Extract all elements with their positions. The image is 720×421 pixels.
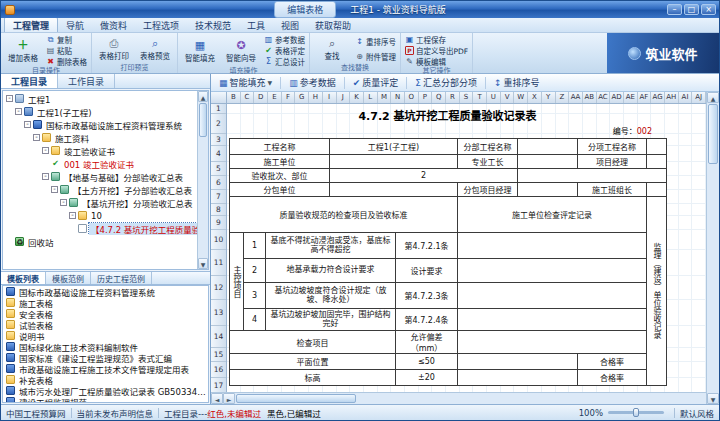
quality-eval-button[interactable]: ✔质量评定 — [348, 74, 404, 91]
column-header[interactable]: L — [364, 92, 378, 103]
row-header[interactable]: 17 — [211, 378, 226, 392]
row-header[interactable]: 15 — [211, 348, 226, 362]
attachment-button[interactable]: ⊕附件管理 — [353, 51, 398, 62]
column-header[interactable]: D — [254, 92, 268, 103]
reference-data-button[interactable]: ▥参考数据 — [262, 34, 307, 45]
item-text[interactable]: 基底不得扰动浸泡或受冻，基底标高不得超挖 — [266, 233, 396, 259]
column-header[interactable]: AH — [665, 92, 679, 103]
sheet-corner[interactable] — [211, 92, 227, 104]
smart-fill-button[interactable]: ▦智能填充▼ — [214, 74, 277, 91]
template-list-item[interactable]: 国家标准《建设工程监理规范》表式汇编 — [3, 352, 208, 363]
tree-item[interactable]: -国标市政基础设施工程资料管理系统 — [3, 118, 197, 131]
item-text[interactable]: 基坑边坡护坡加固完毕，围护结构完好 — [266, 309, 396, 331]
column-header[interactable]: AJ — [692, 92, 706, 103]
tree-item[interactable]: ✔001 竣工验收证书 — [3, 157, 197, 170]
tolerance-allow[interactable]: ≤50 — [396, 354, 458, 370]
column-header[interactable]: C — [241, 92, 255, 103]
item-standard[interactable]: 第4.7.2.3条 — [396, 283, 458, 309]
project-name-value[interactable]: 工程1(子工程) — [330, 139, 458, 155]
preview-table-button[interactable]: ⌕ 表格预览 — [135, 34, 175, 64]
tree-item[interactable]: -工程1 — [3, 92, 197, 105]
directory-tab[interactable]: 工程目录 — [1, 74, 58, 88]
scroll-left-icon[interactable]: ◄ — [211, 393, 223, 404]
column-header[interactable]: X — [528, 92, 542, 103]
template-list-item[interactable]: 城市污水处理厂工程质量验收记录表 GB50334-2002 — [3, 385, 208, 396]
collapse-icon[interactable]: - — [60, 199, 67, 206]
template-list-item[interactable]: 安全表格 — [3, 308, 208, 319]
tree-item[interactable]: -10 — [3, 209, 197, 222]
column-header[interactable]: AE — [624, 92, 638, 103]
batch-extra[interactable] — [518, 169, 667, 183]
ribbon-tab[interactable]: 工程管理 — [4, 17, 58, 32]
ribbon-tab[interactable]: 视图 — [273, 18, 307, 32]
batch-value[interactable]: 2 — [330, 169, 518, 183]
column-header[interactable]: AF — [638, 92, 652, 103]
item-standard[interactable]: 第4.7.2.4条 — [396, 309, 458, 331]
item-text[interactable]: 地基承载力符合设计要求 — [266, 259, 396, 283]
tree-scroll-thumb[interactable] — [199, 103, 207, 137]
collapse-icon[interactable]: - — [42, 173, 49, 180]
template-list-item[interactable]: 补充表格 — [3, 374, 208, 385]
horizontal-scroll-thumb[interactable] — [236, 394, 356, 403]
column-header[interactable]: W — [514, 92, 528, 103]
row-header[interactable]: 1 — [211, 104, 226, 114]
ribbon-tab[interactable]: 获取帮助 — [307, 18, 359, 32]
close-button[interactable]: × — [701, 4, 716, 15]
template-tab[interactable]: 模板列表 — [1, 272, 46, 284]
collapse-icon[interactable]: - — [42, 147, 49, 154]
template-list-item[interactable]: 建设工程监理规范 — [3, 396, 208, 403]
tolerance-measures[interactable] — [458, 354, 578, 370]
template-list-item[interactable]: 试验表格 — [3, 319, 208, 330]
template-list-item[interactable]: 说明书 — [3, 330, 208, 341]
tree-item[interactable]: ♻回收站 — [3, 235, 197, 248]
item-standard[interactable]: 设计要求 — [396, 259, 458, 283]
row-header[interactable]: 10 — [211, 230, 226, 250]
tree-scroll-up-icon[interactable]: ▲ — [198, 91, 208, 102]
column-header[interactable]: G — [295, 92, 309, 103]
scroll-down-icon[interactable]: ▼ — [707, 393, 719, 404]
template-list-item[interactable]: 市政基础设施工程施工技术文件管理规定用表 — [3, 363, 208, 374]
reference-data-button[interactable]: ▥参考数据 — [284, 74, 341, 91]
template-list-item[interactable]: 施工表格 — [3, 297, 208, 308]
smart-wizard-button[interactable]: ✪ 智能向导 — [221, 34, 261, 67]
zoom-slider-thumb[interactable] — [633, 408, 639, 417]
subdivision-value[interactable] — [518, 139, 578, 155]
item-eval-cell[interactable] — [458, 259, 647, 283]
ribbon-tab[interactable]: 做资料 — [92, 18, 135, 32]
column-header[interactable]: Z — [556, 92, 570, 103]
collapse-icon[interactable]: - — [15, 108, 22, 115]
directory-tab[interactable]: 工作目录 — [58, 74, 115, 88]
sub-pm-value[interactable] — [518, 183, 578, 197]
column-header[interactable]: AD — [610, 92, 624, 103]
item-eval-cell[interactable] — [458, 283, 647, 309]
column-header[interactable]: R — [446, 92, 460, 103]
column-header[interactable]: Q — [432, 92, 446, 103]
item-text[interactable]: 基坑边坡坡度符合设计规定（放坡、降水处） — [266, 283, 396, 309]
scroll-right-icon[interactable]: ► — [223, 393, 235, 404]
dropdown-arrow-icon[interactable]: ▼ — [268, 79, 273, 86]
tree-item[interactable]: -【基坑开挖】分项验收汇总表 — [3, 196, 197, 209]
column-header[interactable]: AG — [651, 92, 665, 103]
copy-button[interactable]: ⧉复制 — [44, 34, 89, 45]
column-header[interactable]: Y — [542, 92, 556, 103]
tree-scroll-down-icon[interactable]: ▼ — [198, 258, 208, 269]
resort-number-button[interactable]: ↕重排序号 — [489, 74, 545, 91]
item-eval-cell[interactable] — [458, 309, 647, 331]
collapse-icon[interactable]: - — [24, 121, 31, 128]
row-header[interactable]: 5 — [211, 162, 226, 176]
tree-item[interactable]: -【地基与基础】分部验收汇总表 — [3, 170, 197, 183]
row-header[interactable]: 4 — [211, 146, 226, 162]
row-header[interactable]: 13 — [211, 300, 226, 326]
collapse-icon[interactable]: - — [6, 95, 13, 102]
template-tab[interactable]: 历史工程范例 — [91, 272, 152, 284]
row-header[interactable]: 7 — [211, 190, 226, 204]
add-table-button[interactable]: ＋ 增加表格 — [3, 34, 43, 67]
item-standard[interactable]: 第4.7.2.1条 — [396, 233, 458, 259]
column-header[interactable]: AC — [597, 92, 611, 103]
item-eval-cell[interactable] — [458, 233, 647, 259]
crew-leader-value[interactable] — [647, 183, 667, 197]
save-project-button[interactable]: ▣工程保存 — [403, 34, 470, 45]
column-header[interactable]: M — [378, 92, 392, 103]
column-header[interactable]: B — [227, 92, 241, 103]
column-header[interactable]: F — [282, 92, 296, 103]
